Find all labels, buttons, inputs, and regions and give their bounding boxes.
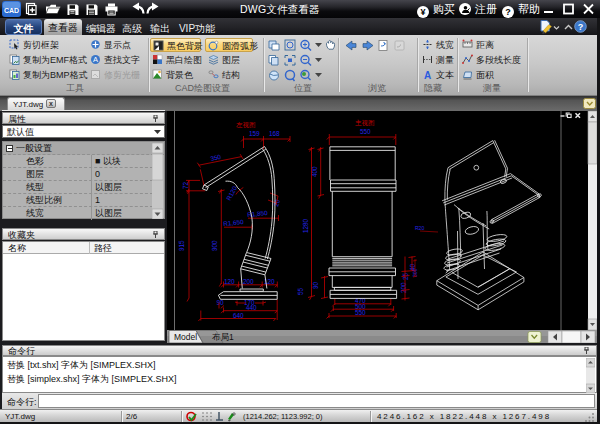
svg-text:440: 440 — [246, 304, 257, 311]
svg-text:200: 200 — [243, 278, 254, 285]
svg-text:主视图: 主视图 — [355, 119, 375, 127]
svg-text:900: 900 — [211, 240, 218, 251]
svg-text:550: 550 — [355, 309, 366, 316]
svg-text:左视图: 左视图 — [236, 121, 256, 129]
svg-text:Model: Model — [174, 332, 197, 342]
svg-text:640: 640 — [233, 312, 244, 319]
svg-text:915: 915 — [178, 240, 185, 251]
svg-text:159: 159 — [249, 130, 260, 137]
svg-text:R20: R20 — [415, 225, 424, 231]
svg-text:A: A — [93, 55, 98, 64]
svg-text:90: 90 — [217, 299, 225, 306]
svg-text:布局1: 布局1 — [212, 332, 234, 342]
svg-text:A: A — [424, 70, 431, 81]
svg-text:55: 55 — [297, 287, 304, 295]
svg-text:?: ? — [578, 22, 584, 32]
svg-text:120: 120 — [224, 278, 235, 285]
svg-text:1280: 1280 — [302, 218, 309, 233]
svg-text:CAD: CAD — [4, 7, 19, 14]
svg-text:168: 168 — [269, 130, 280, 137]
svg-text:90: 90 — [312, 281, 319, 289]
svg-text:200: 200 — [400, 282, 407, 293]
svg-text:550: 550 — [360, 128, 371, 135]
svg-text:400: 400 — [311, 166, 318, 177]
